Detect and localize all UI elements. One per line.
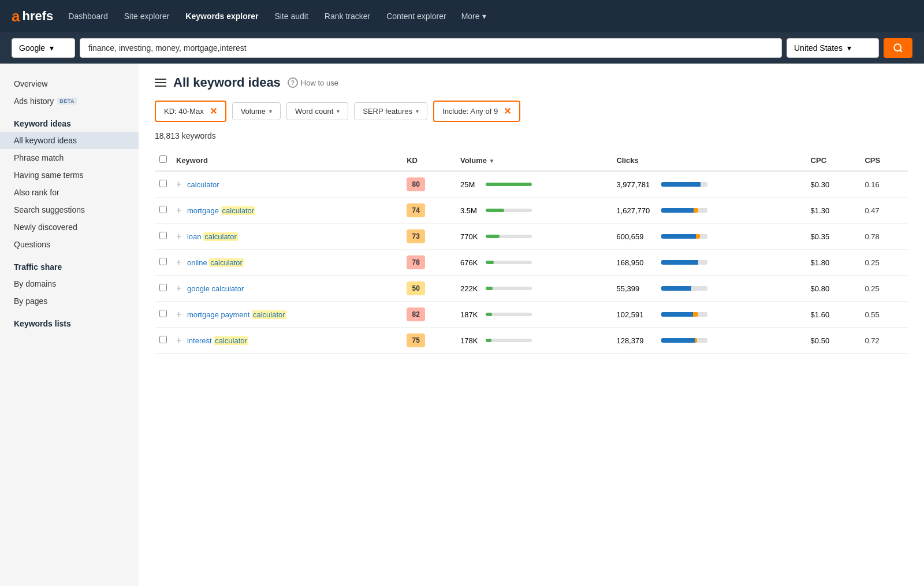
cps-value: 0.72 — [865, 336, 879, 345]
volume-bar-bg — [486, 209, 532, 212]
volume-cell: 25M — [456, 171, 612, 198]
row-checkbox[interactable] — [159, 310, 167, 317]
keyword-ideas-section-title: Keyword ideas — [0, 110, 139, 132]
clicks-bar: 600,659 — [616, 232, 801, 241]
add-keyword-icon[interactable]: + — [176, 309, 181, 319]
add-keyword-icon[interactable]: + — [176, 231, 181, 241]
keyword-link[interactable]: mortgage payment calculator — [187, 310, 286, 319]
traffic-share-section-title: Traffic share — [0, 253, 139, 275]
cpc-value: $1.80 — [811, 258, 830, 267]
cpc-value: $0.35 — [811, 232, 830, 241]
add-keyword-icon[interactable]: + — [176, 335, 181, 345]
keyword-cell: + calculator — [172, 171, 402, 198]
keyword-link[interactable]: interest calculator — [187, 336, 248, 345]
clicks-value: 168,950 — [616, 258, 658, 267]
sidebar-item-by-pages[interactable]: By pages — [0, 292, 139, 310]
nav-keywords-explorer[interactable]: Keywords explorer — [184, 9, 259, 23]
sidebar-item-phrase-match[interactable]: Phrase match — [0, 149, 139, 166]
word-count-filter-button[interactable]: Word count ▾ — [286, 102, 348, 120]
include-filter-button[interactable]: Include: Any of 9 ✕ — [433, 101, 520, 122]
how-to-use-link[interactable]: ? How to use — [288, 77, 338, 88]
clicks-cell: 102,591 — [612, 302, 806, 328]
clicks-cell: 128,379 — [612, 328, 806, 354]
clicks-bar-bg — [661, 260, 707, 265]
search-button[interactable] — [884, 38, 912, 58]
volume-cell: 187K — [456, 302, 612, 328]
search-engine-dropdown[interactable]: Google ▾ — [12, 38, 75, 58]
add-keyword-icon[interactable]: + — [176, 205, 181, 215]
th-clicks: Clicks — [612, 150, 806, 171]
include-filter-clear-icon[interactable]: ✕ — [504, 106, 511, 117]
nav-dashboard[interactable]: Dashboard — [67, 9, 109, 23]
keyword-link[interactable]: calculator — [187, 180, 219, 189]
keyword-cell: + online calculator — [172, 250, 402, 276]
logo[interactable]: a hrefs — [12, 8, 53, 25]
volume-value: 222K — [460, 284, 482, 293]
search-bar: Google ▾ finance, investing, money, mort… — [0, 32, 924, 64]
clicks-value: 3,977,781 — [616, 180, 658, 189]
keyword-link[interactable]: loan calculator — [187, 232, 238, 241]
search-input[interactable]: finance, investing, money, mortgage,inte… — [80, 38, 782, 58]
row-checkbox[interactable] — [159, 180, 167, 187]
cps-cell: 0.78 — [860, 224, 908, 250]
sidebar-item-search-suggestions[interactable]: Search suggestions — [0, 201, 139, 218]
sidebar-item-newly-discovered[interactable]: Newly discovered — [0, 218, 139, 236]
kd-filter-clear-icon[interactable]: ✕ — [210, 106, 217, 117]
keyword-cell: + mortgage payment calculator — [172, 302, 402, 328]
sidebar-item-also-rank-for[interactable]: Also rank for — [0, 184, 139, 201]
kd-filter-label: KD: 40-Max — [164, 107, 204, 116]
sidebar-item-having-same-terms[interactable]: Having same terms — [0, 166, 139, 184]
cpc-cell: $1.60 — [806, 302, 860, 328]
keyword-link[interactable]: mortgage calculator — [187, 206, 255, 215]
serp-features-filter-button[interactable]: SERP features ▾ — [354, 102, 427, 120]
nav-rank-tracker[interactable]: Rank tracker — [323, 9, 371, 23]
th-volume[interactable]: Volume — [456, 150, 612, 171]
volume-filter-button[interactable]: Volume ▾ — [232, 102, 281, 120]
select-all-checkbox[interactable] — [159, 155, 167, 163]
kd-cell: 80 — [402, 171, 456, 198]
add-keyword-icon[interactable]: + — [176, 179, 181, 189]
row-checkbox[interactable] — [159, 284, 167, 291]
svg-line-1 — [900, 50, 901, 51]
cps-cell: 0.25 — [860, 276, 908, 302]
add-keyword-icon[interactable]: + — [176, 257, 181, 267]
keyword-link[interactable]: google calculator — [187, 284, 244, 293]
keywords-lists-section-title: Keywords lists — [0, 310, 139, 332]
sidebar-item-overview[interactable]: Overview — [0, 75, 139, 92]
cpc-cell: $0.35 — [806, 224, 860, 250]
sidebar-item-by-domains[interactable]: By domains — [0, 275, 139, 292]
volume-bar-fill — [486, 287, 493, 290]
table-header-row: Keyword KD Volume Clicks CPC C — [155, 150, 908, 171]
nav-content-explorer[interactable]: Content explorer — [385, 9, 448, 23]
cpc-value: $1.60 — [811, 310, 830, 319]
cpc-cell: $0.30 — [806, 171, 860, 198]
keyword-cell: + mortgage calculator — [172, 198, 402, 224]
sidebar-item-all-keyword-ideas[interactable]: All keyword ideas — [0, 132, 139, 149]
country-dropdown[interactable]: United States ▾ — [787, 38, 879, 58]
clicks-cell: 1,627,770 — [612, 198, 806, 224]
volume-chevron-icon: ▾ — [269, 108, 272, 114]
add-keyword-icon[interactable]: + — [176, 283, 181, 293]
sidebar-item-ads-history[interactable]: Ads history BETA — [0, 92, 139, 110]
row-checkbox[interactable] — [159, 258, 167, 265]
hamburger-menu-icon[interactable] — [155, 79, 166, 87]
nav-site-explorer[interactable]: Site explorer — [123, 9, 171, 23]
nav-more[interactable]: More ▾ — [461, 12, 486, 21]
row-checkbox[interactable] — [159, 206, 167, 213]
serp-features-chevron-icon: ▾ — [416, 108, 419, 114]
volume-value: 770K — [460, 232, 482, 241]
clicks-bar-orange — [695, 338, 697, 343]
volume-bar-fill — [486, 183, 532, 186]
logo-letter: a — [12, 8, 20, 25]
page-title: All keyword ideas — [173, 75, 281, 90]
volume-cell: 222K — [456, 276, 612, 302]
kd-filter-button[interactable]: KD: 40-Max ✕ — [155, 101, 226, 122]
sidebar-item-questions[interactable]: Questions — [0, 236, 139, 253]
cpc-cell: $0.50 — [806, 328, 860, 354]
volume-bar: 770K — [460, 232, 607, 241]
nav-site-audit[interactable]: Site audit — [273, 9, 309, 23]
word-count-filter-label: Word count — [295, 107, 333, 116]
row-checkbox[interactable] — [159, 232, 167, 239]
keyword-link[interactable]: online calculator — [187, 258, 244, 267]
row-checkbox[interactable] — [159, 336, 167, 343]
